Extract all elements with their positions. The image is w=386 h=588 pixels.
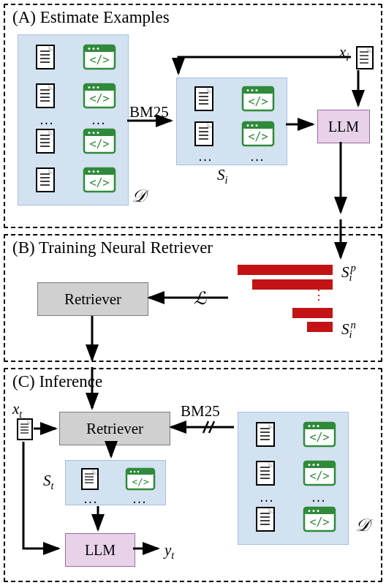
svg-text:</>: </> <box>89 53 109 67</box>
svg-point-94 <box>137 471 139 473</box>
panel-inference: (C) Inference xt Retriever BM25 St </> .… <box>4 368 382 582</box>
loss-label: ℒ <box>194 288 206 309</box>
svg-point-44 <box>88 170 90 173</box>
retriever-box: Retriever <box>37 282 148 316</box>
svg-point-21 <box>92 86 94 88</box>
ellipsis-dots: ... <box>244 495 290 500</box>
panel-estimate-examples: (A) Estimate Examples </> </> ... ... </… <box>4 4 382 228</box>
doc-icon <box>244 418 290 454</box>
svg-text:</>: </> <box>132 476 149 487</box>
doc-icon <box>183 84 229 116</box>
svg-point-57 <box>251 89 253 91</box>
yt-label: yt <box>164 541 174 562</box>
sip-label: Sip <box>341 262 356 284</box>
svg-point-32 <box>88 132 90 134</box>
ellipsis-dots: ... <box>118 497 162 501</box>
svg-point-9 <box>92 48 94 50</box>
xt-doc-icon <box>16 418 37 442</box>
svg-text:</>: </> <box>309 516 329 529</box>
panel-c-title: (C) Inference <box>12 372 102 391</box>
svg-point-116 <box>308 464 310 466</box>
svg-text:</>: </> <box>248 130 268 143</box>
ellipsis-dots: ... <box>69 497 113 501</box>
code-icon: </> <box>296 418 342 454</box>
ellipsis-dots: ⋮ <box>312 293 333 304</box>
doc-icon <box>69 464 113 495</box>
svg-point-22 <box>96 86 99 88</box>
code-icon: </> <box>235 119 281 151</box>
svg-text:</>: </> <box>309 431 329 444</box>
svg-point-117 <box>312 464 314 466</box>
svg-point-56 <box>246 89 249 91</box>
xi-doc-icon <box>355 45 377 72</box>
doc-icon <box>24 80 70 116</box>
svg-point-20 <box>88 86 90 88</box>
dataset-d-label: 𝒟 <box>131 186 145 206</box>
svg-point-128 <box>308 510 310 512</box>
svg-point-34 <box>96 132 99 134</box>
svg-point-58 <box>255 89 257 91</box>
code-icon: </> <box>76 164 122 200</box>
ellipsis-dots: ... <box>235 154 281 159</box>
retriever-box: Retriever <box>59 412 170 445</box>
svg-point-10 <box>96 48 99 50</box>
code-icon: </> <box>76 41 122 77</box>
svg-text:</>: </> <box>309 470 329 483</box>
ellipsis-dots: ... <box>24 118 70 122</box>
llm-box: LLM <box>65 533 135 567</box>
bm25-label: BM25 <box>181 402 220 421</box>
svg-point-46 <box>96 170 99 173</box>
svg-point-129 <box>312 510 314 512</box>
panel-a-title: (A) Estimate Examples <box>12 8 170 27</box>
code-icon: </> <box>76 80 122 116</box>
svg-rect-72 <box>357 47 373 69</box>
svg-point-118 <box>317 464 319 466</box>
bar <box>307 322 333 332</box>
svg-text:</>: </> <box>89 92 109 105</box>
code-icon: </> <box>296 502 342 538</box>
panel-b-title: (B) Training Neural Retriever <box>12 238 213 257</box>
code-icon: </> <box>296 457 342 493</box>
doc-icon <box>24 164 70 200</box>
subset-st: </> ... ... <box>65 460 166 505</box>
svg-point-45 <box>92 170 94 173</box>
code-icon: </> <box>235 84 281 116</box>
st-label: St <box>43 472 54 492</box>
bar <box>292 308 333 318</box>
panel-train-retriever: (B) Training Neural Retriever Retriever … <box>4 234 382 362</box>
xi-label: xi <box>339 43 349 64</box>
dataset-d: </> </> ... ... </> </> <box>18 34 129 206</box>
svg-point-8 <box>88 48 90 50</box>
ellipsis-dots: ... <box>183 154 229 159</box>
doc-icon <box>244 502 290 538</box>
svg-point-130 <box>317 510 319 512</box>
svg-point-70 <box>255 124 257 127</box>
bar <box>238 265 333 275</box>
ellipsis-dots: ... <box>296 495 342 500</box>
svg-text:</>: </> <box>89 176 109 189</box>
doc-icon <box>24 41 70 77</box>
doc-icon <box>244 457 290 493</box>
svg-text:</>: </> <box>89 137 109 151</box>
subset-si: </> </> ... ... <box>176 78 287 165</box>
svg-point-33 <box>92 132 94 134</box>
doc-icon <box>183 119 229 151</box>
svg-point-93 <box>133 471 135 473</box>
sin-label: Sin <box>341 319 356 341</box>
llm-box: LLM <box>317 110 370 143</box>
svg-point-68 <box>246 124 249 127</box>
ellipsis-dots: ... <box>76 118 122 122</box>
svg-text:</>: </> <box>248 95 268 108</box>
svg-point-104 <box>308 425 310 427</box>
svg-point-105 <box>312 425 314 427</box>
code-icon: </> <box>118 464 162 495</box>
svg-point-92 <box>129 471 132 473</box>
code-icon: </> <box>76 125 122 161</box>
ranking-bars: ⋮ <box>232 265 333 332</box>
svg-point-106 <box>317 425 319 427</box>
bm25-label: BM25 <box>129 103 169 121</box>
dataset-d-label: 𝒟 <box>355 516 369 535</box>
doc-icon <box>24 125 70 161</box>
svg-point-69 <box>251 124 253 127</box>
dataset-d: </> </> ... ... </> <box>238 412 349 545</box>
